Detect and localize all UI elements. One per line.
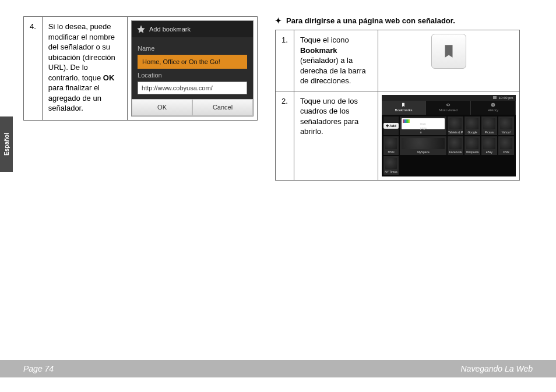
bookmark-cell[interactable]: Facebook — [448, 136, 463, 155]
step1-a: Toque el icono — [300, 36, 349, 44]
left-column: 4. Si lo desea, puede modificar el nombr… — [23, 16, 258, 181]
step2-number: 2. — [276, 91, 294, 180]
heading-text: Para dirigirse a una página web con seña… — [286, 16, 455, 25]
step1-number: 1. — [276, 30, 294, 91]
plus-icon: ✚ — [386, 124, 389, 128]
language-tab: Español — [0, 116, 13, 172]
page-content: 4. Si lo desea, puede modificar el nombr… — [0, 0, 556, 181]
section-name: Navegando La Web — [461, 364, 533, 373]
step1-text: Toque el icono Bookmark (señalador) a la… — [294, 30, 378, 91]
cell-label: NY Times — [385, 170, 397, 175]
cell-label: Facebook — [449, 150, 462, 155]
signal-icon — [493, 96, 497, 99]
bookmark-cell[interactable]: Google — [464, 116, 480, 135]
bookmark-icon — [441, 44, 456, 59]
bookmark-cell[interactable]: Picasa — [481, 116, 497, 135]
name-input[interactable] — [138, 55, 247, 69]
name-label: Name — [138, 44, 247, 53]
cell-label: Yahoo! — [501, 130, 510, 135]
cell-label: Web page n — [420, 122, 427, 135]
cell-label: eBay — [486, 150, 492, 155]
bookmarks-screen: 10:40 pm Bookmarks Most visited — [382, 95, 516, 176]
cell-label: Wikipedia — [466, 150, 479, 155]
step-text: Si lo desea, puede modificar el nombre d… — [42, 17, 127, 121]
cancel-button[interactable]: Cancel — [192, 99, 253, 116]
dialog-title: Add bookmark — [149, 25, 191, 34]
bookmark-cell[interactable]: Yahoo! — [498, 116, 514, 135]
right-steps-table: 1. Toque el icono Bookmark (señalador) a… — [275, 30, 520, 181]
tab-history-label: History — [487, 108, 498, 112]
status-time: 10:40 pm — [499, 96, 513, 100]
step-text-bold: OK — [103, 73, 115, 82]
cell-label: Tablets & P — [448, 130, 463, 135]
cell-label: CNN — [503, 150, 509, 155]
left-steps-table: 4. Si lo desea, puede modificar el nombr… — [23, 16, 258, 121]
step2-image-cell: 10:40 pm Bookmarks Most visited — [378, 91, 519, 180]
cell-label: Google — [467, 130, 477, 135]
step-image-cell: Add bookmark Name Location OK Cancel — [128, 17, 258, 121]
bookmark-cell[interactable]: NY Times — [383, 156, 399, 175]
add-bookmark-cell[interactable]: ✚ Add — [383, 116, 399, 135]
cell-label: MySpace — [417, 150, 430, 155]
cell-label: MSN — [388, 150, 394, 155]
step1-image-cell — [378, 30, 519, 91]
dialog-header: Add bookmark — [132, 21, 253, 37]
page-footer: Page 74 Navegando La Web — [0, 360, 556, 377]
eye-icon — [446, 103, 451, 107]
bookmark-cell[interactable]: MSN — [383, 136, 399, 155]
right-column: ✦Para dirigirse a una página web con señ… — [275, 16, 520, 181]
dialog-body: Name Location — [132, 37, 253, 99]
section-heading: ✦Para dirigirse a una página web con señ… — [275, 16, 520, 25]
bookmarks-tab-icon — [401, 103, 406, 107]
language-label: Español — [3, 133, 10, 156]
bookmark-cell[interactable]: CNN — [498, 136, 514, 155]
page-number: Page 74 — [23, 364, 54, 373]
bookmark-cell[interactable]: MySpace — [400, 136, 446, 155]
bookmark-cell[interactable]: Web page n — [400, 116, 446, 135]
star-icon — [136, 24, 146, 34]
bookmark-cell[interactable]: eBay — [481, 136, 497, 155]
tab-most-visited[interactable]: Most visited — [426, 101, 471, 115]
ok-button[interactable]: OK — [132, 99, 192, 116]
bookmark-cell[interactable]: Tablets & P — [448, 116, 463, 135]
add-bookmark-dialog: Add bookmark Name Location OK Cancel — [131, 20, 254, 116]
step1-bold: Bookmark — [300, 46, 337, 55]
tab-bookmarks[interactable]: Bookmarks — [382, 101, 427, 115]
step2-text: Toque uno de los cuadros de los señalado… — [294, 91, 378, 180]
step1-b: (señalador) a la derecha de la barra de … — [300, 56, 366, 85]
tab-history[interactable]: History — [471, 101, 516, 115]
clock-icon — [491, 103, 495, 107]
step-number: 4. — [24, 17, 43, 121]
location-label: Location — [138, 71, 247, 80]
bookmark-tile[interactable] — [431, 34, 466, 69]
step-text-b: para finalizar el agregado de un señalad… — [48, 83, 101, 112]
dialog-buttons: OK Cancel — [132, 99, 253, 116]
add-label: Add — [389, 124, 396, 128]
diamond-icon: ✦ — [275, 16, 281, 25]
bookmark-cell[interactable]: Wikipedia — [464, 136, 480, 155]
location-input[interactable] — [138, 82, 247, 94]
cell-label: Picasa — [485, 130, 494, 135]
bookmarks-grid: ✚ Add Web page n Tablets & P Google Pica… — [382, 115, 516, 176]
bookmarks-tabs: Bookmarks Most visited History — [382, 101, 516, 115]
status-bar: 10:40 pm — [382, 95, 516, 101]
tab-bookmarks-label: Bookmarks — [395, 108, 412, 112]
tab-most-label: Most visited — [439, 108, 458, 112]
